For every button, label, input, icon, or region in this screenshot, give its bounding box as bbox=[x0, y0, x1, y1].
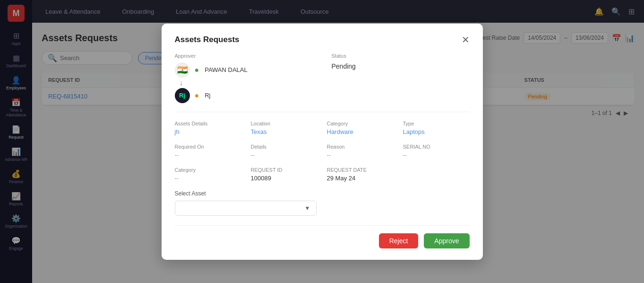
asset-select-dropdown[interactable]: ▼ bbox=[175, 201, 317, 216]
location-label: Location bbox=[251, 121, 318, 126]
category-value: Hardware bbox=[327, 128, 394, 135]
category2-value: -- bbox=[175, 175, 241, 182]
modal-footer: Reject Approve bbox=[175, 225, 470, 248]
required-on-value: -- bbox=[175, 151, 241, 159]
field-category: Category Hardware bbox=[327, 121, 394, 135]
request-date-label: REQUEST DATE bbox=[327, 167, 394, 173]
approver-1-name: PAWAN DALAL bbox=[205, 66, 248, 73]
location-value: Texas bbox=[251, 128, 318, 135]
modal: Assets Requests ✕ Approver 🇮🇳 ● PAWAN DA… bbox=[162, 24, 483, 260]
modal-fields: Assets Details jh Location Texas Categor… bbox=[175, 121, 470, 182]
field-assets-details: Assets Details jh bbox=[175, 121, 241, 135]
select-asset-label: Select Asset bbox=[175, 190, 470, 197]
field-type: Type Laptops bbox=[403, 121, 470, 135]
field-request-id: REQUEST ID 100089 bbox=[251, 167, 318, 182]
field-reason: Reason -- bbox=[327, 144, 394, 159]
modal-header: Assets Requests ✕ bbox=[175, 35, 470, 44]
field-details: Details -- bbox=[251, 144, 318, 159]
status-value: Pending bbox=[332, 62, 470, 70]
assets-details-label: Assets Details bbox=[175, 121, 241, 126]
request-date-value: 29 May 24 bbox=[327, 175, 394, 182]
select-asset-section: Select Asset ▼ bbox=[175, 190, 470, 216]
reason-label: Reason bbox=[327, 144, 394, 150]
category-label: Category bbox=[327, 121, 394, 126]
modal-overlay: Assets Requests ✕ Approver 🇮🇳 ● PAWAN DA… bbox=[0, 0, 644, 283]
approver-arrow-down: ↓ bbox=[180, 79, 313, 87]
approver-1-status-dot: ● bbox=[195, 66, 199, 74]
field-category2: Category -- bbox=[175, 167, 241, 182]
modal-top-section: Approver 🇮🇳 ● PAWAN DALAL ↓ Rj ● Rj bbox=[175, 53, 470, 112]
approve-button[interactable]: Approve bbox=[424, 233, 469, 248]
modal-close-button[interactable]: ✕ bbox=[462, 35, 470, 44]
approver-1-avatar: 🇮🇳 bbox=[175, 62, 190, 78]
details-label: Details bbox=[251, 144, 318, 150]
type-value: Laptops bbox=[403, 128, 470, 135]
status-label: Status bbox=[332, 53, 470, 59]
status-section: Status Pending bbox=[332, 53, 470, 103]
request-id-value: 100089 bbox=[251, 175, 318, 182]
approver-2-avatar: Rj bbox=[175, 88, 190, 103]
field-request-date: REQUEST DATE 29 May 24 bbox=[327, 167, 394, 182]
approver-section: Approver 🇮🇳 ● PAWAN DALAL ↓ Rj ● Rj bbox=[175, 53, 313, 103]
field-serial-no: SERIAL NO -- bbox=[403, 144, 470, 159]
reason-value: -- bbox=[327, 151, 394, 159]
dropdown-arrow-icon: ▼ bbox=[305, 205, 310, 212]
serial-no-value: -- bbox=[403, 151, 470, 159]
approver-2-status-dot: ● bbox=[195, 91, 199, 100]
app-container: M ⊞ Apps ▦ Dashboard 👤 Employees 📅 Time … bbox=[0, 0, 644, 283]
required-on-label: Required On bbox=[175, 144, 241, 150]
type-label: Type bbox=[403, 121, 470, 126]
approver-label: Approver bbox=[175, 53, 313, 59]
approver-row-1: 🇮🇳 ● PAWAN DALAL bbox=[175, 62, 313, 78]
assets-details-value: jh bbox=[175, 128, 241, 135]
field-location: Location Texas bbox=[251, 121, 318, 135]
reject-button[interactable]: Reject bbox=[379, 233, 419, 248]
modal-title: Assets Requests bbox=[175, 35, 240, 44]
approver-chain: 🇮🇳 ● PAWAN DALAL ↓ Rj ● Rj bbox=[175, 62, 313, 103]
category2-label: Category bbox=[175, 167, 241, 173]
field-required-on: Required On -- bbox=[175, 144, 241, 159]
request-id-label: REQUEST ID bbox=[251, 167, 318, 173]
approver-row-2: Rj ● Rj bbox=[175, 88, 313, 103]
approver-2-name: Rj bbox=[205, 92, 210, 99]
details-value: -- bbox=[251, 151, 318, 159]
serial-no-label: SERIAL NO bbox=[403, 144, 470, 150]
